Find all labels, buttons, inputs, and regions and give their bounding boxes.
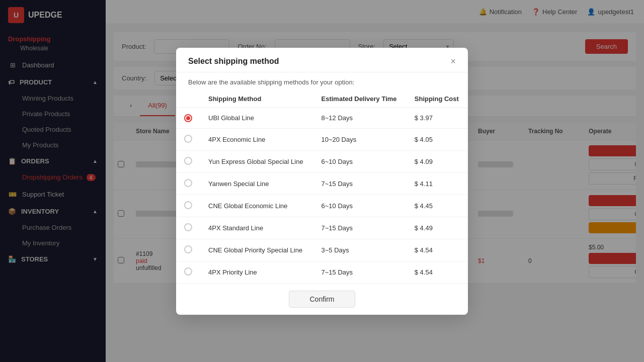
modal-subtext: Below are the available shipping methods…: [176, 72, 468, 90]
radio-button[interactable]: [184, 201, 192, 209]
modal-title: Select shipping method: [188, 57, 279, 66]
method-delivery: 7~15 Days: [313, 261, 407, 283]
radio-cell[interactable]: [176, 217, 200, 239]
method-delivery: 3~5 Days: [313, 239, 407, 261]
modal-header: Select shipping method ×: [176, 48, 468, 72]
col-shipping-cost: Shipping Cost: [407, 90, 468, 108]
shipping-method-row[interactable]: 4PX Economic Line 10~20 Days $ 4.05: [176, 128, 468, 150]
shipping-method-row[interactable]: Yanwen Special Line 7~15 Days $ 4.11: [176, 172, 468, 195]
modal-footer: Confirm: [176, 283, 468, 315]
shipping-method-modal: Select shipping method × Below are the a…: [176, 48, 468, 315]
shipping-method-row[interactable]: 4PX Priority Line 7~15 Days $ 4.54: [176, 261, 468, 283]
method-name: 4PX Priority Line: [200, 261, 313, 283]
radio-button[interactable]: [184, 114, 192, 122]
close-icon[interactable]: ×: [450, 57, 456, 66]
radio-button[interactable]: [184, 179, 192, 187]
method-delivery: 6~10 Days: [313, 150, 407, 172]
col-shipping-method: Shipping Method: [200, 90, 313, 108]
shipping-table: Shipping Method Estimated Delivery Time …: [176, 90, 468, 283]
method-delivery: 10~20 Days: [313, 128, 407, 150]
col-delivery-time: Estimated Delivery Time: [313, 90, 407, 108]
method-cost: $ 4.05: [407, 128, 468, 150]
radio-cell[interactable]: [176, 172, 200, 195]
radio-button[interactable]: [184, 267, 192, 276]
radio-cell[interactable]: [176, 239, 200, 261]
col-radio: [176, 90, 200, 108]
shipping-table-header: Shipping Method Estimated Delivery Time …: [176, 90, 468, 108]
method-cost: $ 4.09: [407, 150, 468, 172]
confirm-button[interactable]: Confirm: [289, 291, 355, 308]
method-delivery: 8~12 Days: [313, 108, 407, 128]
method-name: CNE Global Priority Special Line: [200, 239, 313, 261]
radio-cell[interactable]: [176, 108, 200, 128]
method-name: 4PX Economic Line: [200, 128, 313, 150]
radio-button[interactable]: [184, 135, 192, 143]
method-name: Yanwen Special Line: [200, 172, 313, 195]
method-cost: $ 4.45: [407, 195, 468, 217]
method-cost: $ 4.54: [407, 261, 468, 283]
shipping-method-row[interactable]: Yun Express Global Special Line 6~10 Day…: [176, 150, 468, 172]
radio-cell[interactable]: [176, 195, 200, 217]
radio-button[interactable]: [184, 245, 192, 253]
method-cost: $ 3.97: [407, 108, 468, 128]
method-name: UBI Global Line: [200, 108, 313, 128]
method-delivery: 7~15 Days: [313, 217, 407, 239]
method-delivery: 7~15 Days: [313, 172, 407, 195]
modal-overlay[interactable]: Select shipping method × Below are the a…: [0, 0, 644, 362]
radio-button[interactable]: [184, 157, 192, 165]
radio-cell[interactable]: [176, 261, 200, 283]
shipping-method-row[interactable]: 4PX Standard Line 7~15 Days $ 4.49: [176, 217, 468, 239]
modal-body: Shipping Method Estimated Delivery Time …: [176, 90, 468, 283]
method-name: CNE Global Economic Line: [200, 195, 313, 217]
method-cost: $ 4.54: [407, 239, 468, 261]
method-delivery: 6~10 Days: [313, 195, 407, 217]
method-cost: $ 4.49: [407, 217, 468, 239]
method-cost: $ 4.11: [407, 172, 468, 195]
method-name: Yun Express Global Special Line: [200, 150, 313, 172]
radio-cell[interactable]: [176, 150, 200, 172]
radio-button[interactable]: [184, 223, 192, 231]
shipping-method-row[interactable]: CNE Global Economic Line 6~10 Days $ 4.4…: [176, 195, 468, 217]
radio-cell[interactable]: [176, 128, 200, 150]
shipping-method-row[interactable]: UBI Global Line 8~12 Days $ 3.97: [176, 108, 468, 128]
shipping-method-row[interactable]: CNE Global Priority Special Line 3~5 Day…: [176, 239, 468, 261]
method-name: 4PX Standard Line: [200, 217, 313, 239]
